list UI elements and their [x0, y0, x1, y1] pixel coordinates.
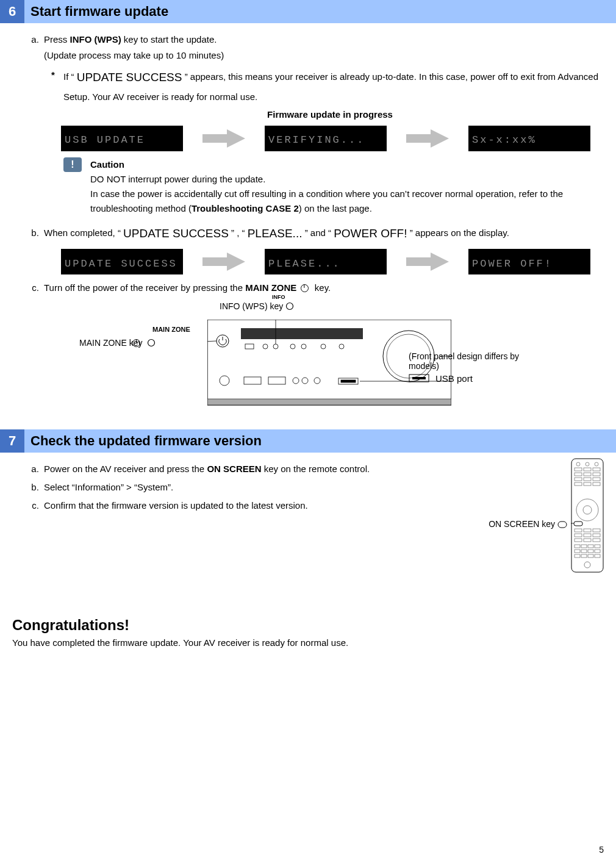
svg-point-16	[290, 344, 295, 349]
text: key on the remote control.	[262, 464, 370, 474]
lcd-usb-update: USB UPDATE	[61, 126, 183, 151]
text: ) on the last page.	[299, 203, 372, 213]
on-screen-key-label: ON SCREEN key	[489, 519, 567, 529]
lcd-poweroff: POWER OFF!	[468, 249, 590, 274]
congrats-heading: Congratulations!	[12, 617, 604, 634]
step-6c: Turn off the power of the receiver by pr…	[41, 281, 616, 295]
step-6a-note: If “ UPDATE SUCCESS ” appears, this mean…	[55, 66, 616, 106]
congratulations-section: Congratulations! You have completed the …	[0, 580, 616, 648]
svg-point-18	[321, 344, 326, 349]
caution-heading: Caution	[90, 157, 616, 172]
svg-point-27	[293, 378, 299, 384]
text: ” , “	[229, 228, 248, 238]
svg-point-17	[301, 344, 306, 349]
svg-rect-13	[245, 344, 254, 349]
progress-label: Firmware update in progress	[44, 107, 616, 122]
section-6-header: 6 Start firmware update	[0, 0, 616, 23]
remote-illustration: ON SCREEN key	[482, 458, 604, 580]
arrow-icon	[202, 253, 245, 271]
svg-rect-35	[412, 377, 426, 379]
svg-point-19	[339, 344, 344, 349]
section-number: 7	[0, 429, 24, 453]
step-6a: Press INFO (WPS) key to start the update…	[41, 32, 616, 216]
svg-marker-1	[406, 129, 449, 148]
step-6b: When completed, “ UPDATE SUCCESS ” , “ P…	[41, 224, 616, 274]
on-screen-key-name: ON SCREEN	[207, 464, 261, 474]
svg-point-14	[263, 344, 268, 349]
lcd-verifying: VERIFYING...	[265, 126, 387, 151]
display-text-please: PLEASE...	[248, 227, 303, 240]
section-7-header: 7 Check the updated firmware version	[0, 429, 616, 453]
section-title: Check the updated firmware version	[24, 429, 616, 453]
display-text-update-success: UPDATE SUCCESS	[123, 227, 229, 240]
svg-point-4	[287, 303, 293, 309]
svg-marker-2	[202, 253, 245, 271]
text: Press	[44, 34, 70, 45]
svg-point-5	[148, 339, 155, 346]
svg-point-29	[314, 378, 320, 384]
lcd-progress: Sx-x:xx%	[468, 126, 590, 151]
power-icon	[132, 339, 140, 347]
display-text-update-success: UPDATE SUCCESS	[77, 71, 182, 84]
front-panel-note: (Front panel design differs by models)	[409, 351, 549, 371]
svg-rect-26	[268, 377, 285, 384]
svg-point-24	[220, 376, 229, 385]
display-row-1: USB UPDATE VERIFYING... Sx-x:xx%	[44, 126, 616, 151]
section-title: Start firmware update	[24, 0, 616, 23]
remote-svg	[571, 458, 604, 574]
svg-point-28	[302, 378, 308, 384]
display-row-2: UPDATE SUCCESS PLEASE... POWER OFF!	[44, 249, 616, 274]
svg-point-15	[273, 344, 278, 349]
caution-line1: DO NOT interrupt power during the update…	[90, 172, 616, 187]
info-key-label: INFO (WPS) key	[220, 301, 294, 311]
svg-rect-36	[558, 522, 567, 528]
front-panel-illustration: INFO (WPS) key INFO MAIN ZONE MAIN ZONE …	[91, 301, 549, 417]
arrow-icon	[202, 129, 245, 148]
svg-rect-25	[244, 377, 261, 384]
svg-marker-3	[406, 253, 449, 271]
section-7-content: ON SCREEN key	[0, 453, 616, 513]
caution-icon: !	[63, 157, 82, 172]
text: When completed, “	[44, 228, 123, 238]
svg-rect-12	[241, 328, 363, 339]
section-6-content: Press INFO (WPS) key to start the update…	[0, 23, 616, 417]
lcd-please: PLEASE...	[265, 249, 387, 274]
svg-rect-31	[341, 380, 356, 382]
power-icon	[301, 284, 309, 292]
main-zone-key-label: MAIN ZONE key	[79, 338, 156, 348]
text: Turn off the power of the receiver by pr…	[44, 282, 245, 293]
troubleshooting-ref: Troubleshooting CASE 2	[192, 203, 299, 213]
arrow-icon	[406, 253, 449, 271]
step-6a-sub: (Update process may take up to 10 minute…	[44, 48, 616, 63]
section-number: 6	[0, 0, 24, 23]
text: ” and “	[302, 228, 334, 238]
text: key to start the update.	[121, 34, 217, 45]
info-wps-key-name: INFO (WPS)	[70, 34, 121, 45]
text: Power on the AV receiver and press the	[44, 464, 207, 474]
caution-line2: In case the power is accidentally cut of…	[90, 187, 616, 216]
main-zone-key-name: MAIN ZONE	[245, 282, 296, 293]
text: key.	[312, 282, 331, 293]
congrats-body: You have completed the firmware update. …	[12, 637, 604, 648]
info-small-label: INFO	[272, 294, 285, 300]
usb-port-label: USB port	[409, 373, 473, 384]
svg-rect-7	[207, 399, 451, 405]
lcd-update-success: UPDATE SUCCESS	[61, 249, 183, 274]
svg-marker-0	[202, 129, 245, 148]
main-zone-small-label: MAIN ZONE	[152, 326, 190, 333]
display-text-poweroff: POWER OFF!	[334, 227, 407, 240]
text: ” appears on the display.	[407, 228, 509, 238]
text: If “	[63, 71, 77, 82]
usb-icon	[409, 374, 429, 382]
arrow-icon	[406, 129, 449, 148]
svg-line-11	[207, 341, 217, 343]
